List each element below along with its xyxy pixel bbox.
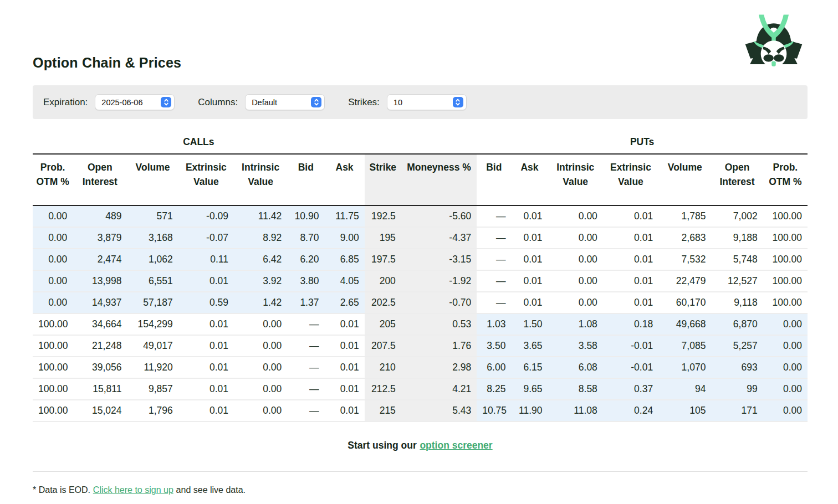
- put-cell: 6,870: [711, 313, 763, 335]
- call-cell: 100.00: [33, 378, 73, 400]
- put-cell: 0.01: [603, 227, 658, 249]
- put-cell: 0.24: [603, 400, 658, 421]
- put-cell: 0.00: [763, 357, 808, 378]
- call-cell: 0.00: [234, 335, 287, 357]
- put-cell: 99: [711, 378, 763, 400]
- columns-label: Columns:: [198, 97, 238, 108]
- strike-cell: 192.5: [365, 205, 401, 227]
- moneyness-cell: 1.76: [401, 335, 477, 357]
- columns-select[interactable]: Default: [245, 94, 325, 110]
- table-row: 100.0021,24849,0170.010.00—0.01207.51.76…: [33, 335, 808, 357]
- column-header-calls-open-interest: Open Interest: [73, 154, 127, 205]
- put-cell: 7,532: [658, 249, 711, 270]
- call-cell: 0.01: [324, 313, 364, 335]
- call-cell: 0.11: [178, 249, 234, 270]
- call-cell: 1.42: [234, 292, 287, 313]
- call-cell: 49,017: [127, 335, 178, 357]
- expiration-select[interactable]: 2025-06-06: [95, 94, 175, 110]
- put-cell: 0.00: [763, 400, 808, 421]
- column-header-mid-moneyness: Moneyness %: [401, 154, 477, 205]
- put-cell: 100.00: [763, 205, 808, 227]
- put-cell: 0.01: [603, 292, 658, 313]
- footnote-prefix: * Data is EOD.: [33, 485, 90, 495]
- strikes-select[interactable]: 10: [387, 94, 467, 110]
- put-cell: —: [477, 270, 511, 292]
- put-cell: 94: [658, 378, 711, 400]
- put-cell: 0.00: [548, 249, 603, 270]
- call-cell: 9.00: [324, 227, 364, 249]
- moneyness-cell: -5.60: [401, 205, 477, 227]
- strikes-label: Strikes:: [348, 97, 380, 108]
- call-cell: 57,187: [127, 292, 178, 313]
- put-cell: 8.58: [548, 378, 603, 400]
- column-header-puts-volume: Volume: [658, 154, 711, 205]
- call-cell: 1,796: [127, 400, 178, 421]
- put-cell: 693: [711, 357, 763, 378]
- put-cell: 3.65: [511, 335, 548, 357]
- put-cell: 0.00: [763, 313, 808, 335]
- moneyness-cell: 4.21: [401, 378, 477, 400]
- call-cell: 571: [127, 205, 178, 227]
- put-cell: 3.50: [477, 335, 511, 357]
- put-cell: 105: [658, 400, 711, 421]
- call-cell: 0.01: [324, 357, 364, 378]
- put-cell: 1,070: [658, 357, 711, 378]
- put-cell: 0.00: [763, 335, 808, 357]
- call-cell: 34,664: [73, 313, 127, 335]
- page-title: Option Chain & Prices: [33, 0, 808, 71]
- filter-bar: Expiration: 2025-06-06 Columns: Default …: [33, 85, 808, 119]
- put-cell: 0.00: [548, 227, 603, 249]
- put-cell: 0.01: [603, 270, 658, 292]
- put-cell: 9,118: [711, 292, 763, 313]
- column-header-calls-bid: Bid: [287, 154, 324, 205]
- option-chain-table: CALLs PUTs Prob. OTM %Open InterestVolum…: [33, 132, 808, 422]
- put-cell: 100.00: [763, 270, 808, 292]
- strike-cell: 197.5: [365, 249, 401, 270]
- strike-cell: 212.5: [365, 378, 401, 400]
- put-cell: 1.03: [477, 313, 511, 335]
- call-cell: 0.01: [178, 313, 234, 335]
- strike-cell: 202.5: [365, 292, 401, 313]
- call-cell: 11,920: [127, 357, 178, 378]
- put-cell: 0.37: [603, 378, 658, 400]
- call-cell: 10.90: [287, 205, 324, 227]
- call-cell: 0.01: [324, 335, 364, 357]
- call-cell: 0.00: [234, 313, 287, 335]
- put-cell: 0.18: [603, 313, 658, 335]
- call-cell: 14,937: [73, 292, 127, 313]
- column-header-calls-intrinsic-value: Intrinsic Value: [234, 154, 287, 205]
- column-header-calls-ask: Ask: [324, 154, 364, 205]
- put-cell: 11.90: [511, 400, 548, 421]
- moneyness-cell: -1.92: [401, 270, 477, 292]
- call-cell: 6,551: [127, 270, 178, 292]
- strike-cell: 205: [365, 313, 401, 335]
- column-header-calls-extrinsic-value: Extrinsic Value: [178, 154, 234, 205]
- put-cell: 7,085: [658, 335, 711, 357]
- column-header-puts-intrinsic-value: Intrinsic Value: [548, 154, 603, 205]
- put-cell: 1.50: [511, 313, 548, 335]
- calls-group-header: CALLs: [33, 132, 365, 154]
- strike-cell: 200: [365, 270, 401, 292]
- call-cell: 11.75: [324, 205, 364, 227]
- put-cell: 0.01: [511, 249, 548, 270]
- columns-filter: Columns: Default: [198, 94, 325, 110]
- table-row: 0.0013,9986,5510.013.923.804.05200-1.92—…: [33, 270, 808, 292]
- expiration-filter: Expiration: 2025-06-06: [43, 94, 175, 110]
- call-cell: 2,474: [73, 249, 127, 270]
- put-cell: 0.01: [511, 227, 548, 249]
- option-screener-link[interactable]: option screener: [420, 440, 492, 451]
- call-cell: —: [287, 335, 324, 357]
- call-cell: 489: [73, 205, 127, 227]
- strike-group-spacer: [365, 132, 477, 154]
- put-cell: 0.01: [511, 270, 548, 292]
- sign-up-link[interactable]: Click here to sign up: [93, 485, 173, 495]
- call-cell: 0.00: [33, 270, 73, 292]
- put-cell: 5,257: [711, 335, 763, 357]
- call-cell: 154,299: [127, 313, 178, 335]
- call-cell: 100.00: [33, 400, 73, 421]
- call-cell: —: [287, 378, 324, 400]
- put-cell: 100.00: [763, 249, 808, 270]
- put-cell: -0.01: [603, 335, 658, 357]
- moneyness-cell: 2.98: [401, 357, 477, 378]
- put-cell: 100.00: [763, 227, 808, 249]
